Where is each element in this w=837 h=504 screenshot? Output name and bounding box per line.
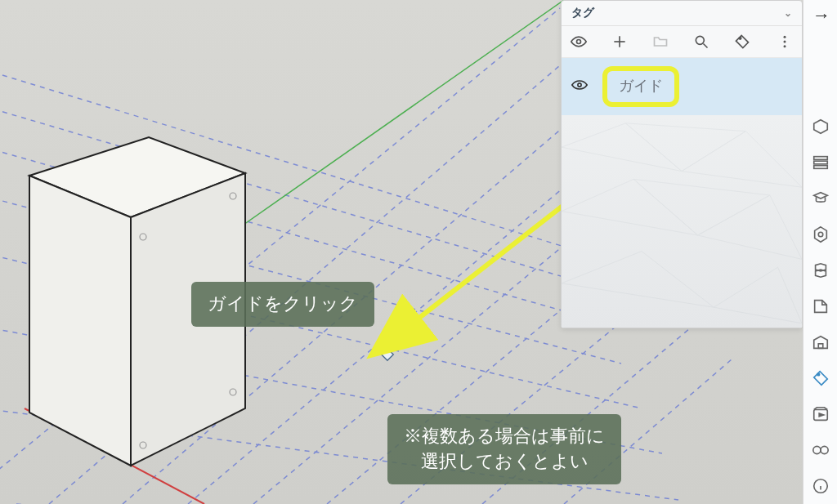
svg-line-33	[704, 44, 708, 48]
svg-marker-40	[682, 132, 802, 188]
svg-point-37	[784, 45, 786, 47]
svg-point-57	[812, 446, 820, 453]
svg-marker-20	[29, 176, 131, 466]
instructor-icon[interactable]	[808, 186, 833, 211]
tags-panel-toolbar	[562, 26, 802, 58]
materials-icon[interactable]	[808, 258, 833, 283]
tag-visibility-icon[interactable]	[571, 79, 589, 94]
tag-row-guide[interactable]: ガイド	[562, 58, 802, 115]
svg-point-32	[696, 36, 704, 44]
svg-marker-44	[714, 267, 802, 323]
svg-marker-51	[814, 227, 826, 242]
svg-point-52	[818, 232, 823, 237]
more-icon[interactable]	[776, 33, 794, 51]
svg-marker-46	[633, 179, 770, 235]
svg-point-54	[817, 373, 819, 376]
tags-tray-icon[interactable]	[808, 366, 833, 390]
svg-rect-48	[813, 157, 827, 160]
3d-warehouse-icon[interactable]	[808, 330, 833, 355]
svg-marker-47	[813, 120, 827, 134]
tags-panel: タグ ⌄ ガイド	[561, 0, 803, 328]
svg-rect-49	[813, 161, 827, 164]
add-tag-icon[interactable]	[611, 33, 629, 51]
svg-rect-50	[813, 166, 827, 169]
folder-icon[interactable]	[651, 33, 669, 51]
model-info-icon[interactable]	[808, 474, 833, 498]
tags-panel-empty-area	[562, 115, 802, 328]
tags-panel-title: タグ	[571, 6, 594, 20]
tags-panel-header[interactable]: タグ ⌄	[562, 1, 802, 26]
svg-marker-56	[819, 413, 824, 417]
tag-tool-icon[interactable]	[733, 33, 751, 51]
svg-marker-41	[562, 179, 698, 235]
components-icon[interactable]	[808, 222, 833, 247]
svg-line-17	[244, 0, 564, 225]
search-icon[interactable]	[692, 33, 710, 51]
entity-info-icon[interactable]	[808, 114, 833, 139]
svg-point-26	[383, 349, 386, 351]
annotation-click-guide: ガイドをクリック	[191, 282, 374, 327]
expand-arrow-icon[interactable]: →	[812, 5, 830, 26]
svg-point-36	[784, 41, 786, 43]
visibility-toggle-icon[interactable]	[570, 33, 588, 51]
svg-rect-53	[818, 344, 823, 349]
svg-point-38	[578, 83, 581, 87]
svg-marker-39	[562, 123, 682, 172]
svg-point-34	[739, 38, 741, 40]
svg-marker-43	[562, 252, 714, 308]
tag-cursor-icon	[378, 345, 396, 363]
svg-point-29	[577, 40, 581, 44]
annotation-multi-note: ※複数ある場合は事前に 選択しておくとよい	[387, 414, 621, 484]
svg-marker-42	[698, 195, 802, 259]
svg-point-58	[821, 446, 828, 453]
svg-point-35	[784, 36, 786, 38]
panel-collapse-icon[interactable]: ⌄	[784, 7, 792, 19]
tag-name-guide[interactable]: ガイド	[602, 66, 679, 107]
right-toolbar: →	[803, 0, 837, 504]
scenes-icon[interactable]	[808, 402, 833, 426]
styles-icon[interactable]	[808, 294, 833, 319]
display-icon[interactable]	[808, 438, 833, 462]
outliner-icon[interactable]	[808, 150, 833, 175]
